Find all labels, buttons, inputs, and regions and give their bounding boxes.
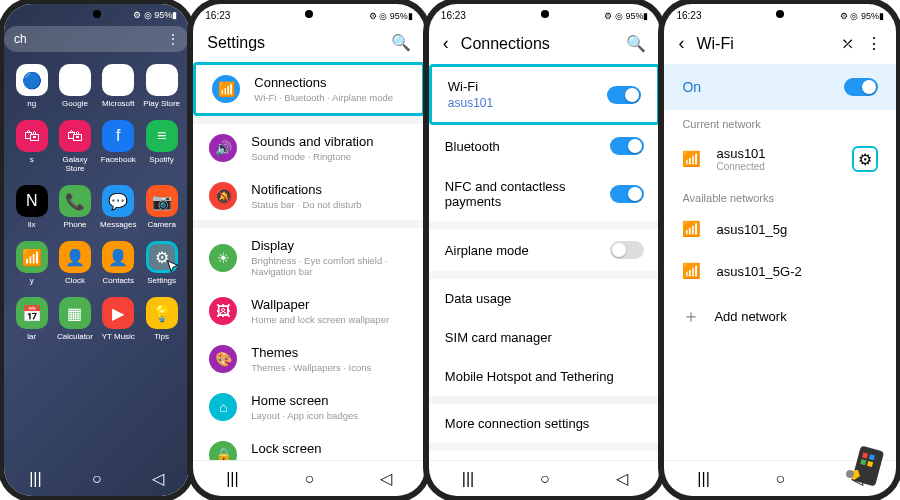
wifi-toggle-row[interactable]: On: [664, 64, 896, 110]
search-icon[interactable]: 🔍: [391, 33, 411, 52]
app-ng[interactable]: 🔵ng: [12, 64, 51, 108]
app-facebook[interactable]: fFacebook: [99, 120, 138, 173]
toggle[interactable]: [610, 137, 644, 155]
wifi-settings-gear-icon[interactable]: ⚙: [852, 146, 878, 172]
app-icon: ≡: [146, 120, 178, 152]
nav-bar: ||| ○ ◁: [193, 460, 425, 496]
app-icon: ▶: [146, 64, 178, 96]
conn-row-more-connection-settings[interactable]: More connection settings: [429, 404, 661, 443]
camera-notch: [541, 10, 549, 18]
settings-row-connections[interactable]: 📶ConnectionsWi-Fi · Bluetooth · Airplane…: [193, 62, 425, 116]
row-subtitle: Themes · Wallpapers · Icons: [251, 362, 409, 373]
toggle[interactable]: [610, 185, 644, 203]
app-yt-music[interactable]: ▶YT Music: [99, 297, 138, 341]
nav-home[interactable]: ○: [776, 470, 786, 488]
wifi-on-label: On: [682, 79, 844, 95]
scan-icon[interactable]: ⤫: [841, 34, 854, 53]
nav-recent[interactable]: |||: [226, 470, 238, 488]
back-icon[interactable]: ‹: [678, 33, 684, 54]
app-calculator[interactable]: ▦Calculator: [55, 297, 94, 341]
wifi-icon: 📶: [682, 262, 702, 280]
nav-recent[interactable]: |||: [29, 470, 41, 488]
app-label: Google: [62, 99, 88, 108]
app-microsoft[interactable]: ▦Microsoft: [99, 64, 138, 108]
app-play-store[interactable]: ▶Play Store: [142, 64, 181, 108]
conn-row-wi-fi[interactable]: Wi-Fiasus101: [429, 64, 661, 125]
app-icon: ⚙: [146, 241, 178, 273]
app-tips[interactable]: 💡Tips: [142, 297, 181, 341]
nav-back[interactable]: ◁: [380, 469, 392, 488]
more-icon[interactable]: ⋮: [866, 34, 882, 53]
nav-home[interactable]: ○: [304, 470, 314, 488]
app-y[interactable]: 📶y: [12, 241, 51, 285]
wifi-name: asus101_5g: [716, 222, 787, 237]
conn-row-sim-card-manager[interactable]: SIM card manager: [429, 318, 661, 357]
conn-row-bluetooth[interactable]: Bluetooth: [429, 125, 661, 167]
app-lix[interactable]: Nlix: [12, 185, 51, 229]
search-bar[interactable]: ch ⋮: [4, 26, 189, 52]
app-contacts[interactable]: 👤Contacts: [99, 241, 138, 285]
app-clock[interactable]: 👤Clock: [55, 241, 94, 285]
app-messages[interactable]: 💬Messages: [99, 185, 138, 229]
app-label: Galaxy Store: [55, 155, 94, 173]
app-label: Camera: [147, 220, 175, 229]
svg-point-5: [846, 470, 854, 478]
settings-row-sounds-and-vibration[interactable]: 🔊Sounds and vibrationSound mode · Ringto…: [193, 124, 425, 172]
row-subtitle: Status bar · Do not disturb: [251, 199, 409, 210]
conn-row-data-usage[interactable]: Data usage: [429, 279, 661, 318]
search-icon[interactable]: 🔍: [626, 34, 646, 53]
available-networks-label: Available networks: [664, 184, 896, 208]
conn-row-mobile-hotspot-and-tethering[interactable]: Mobile Hotspot and Tethering: [429, 357, 661, 396]
row-subtitle: Layout · App icon badges: [251, 410, 409, 421]
app-phone[interactable]: 📞Phone: [55, 185, 94, 229]
settings-row-wallpaper[interactable]: 🖼WallpaperHome and lock screen wallpaper: [193, 287, 425, 335]
row-title: NFC and contactless payments: [445, 179, 597, 209]
phone-home-screen: ⚙ ◎ 95%▮ ch ⋮ 🔵ngGGoogle▦Microsoft▶Play …: [4, 4, 189, 496]
row-subtitle: Sound mode · Ringtone: [251, 151, 409, 162]
row-title: SIM card manager: [445, 330, 645, 345]
nav-recent[interactable]: |||: [462, 470, 474, 488]
app-galaxy-store[interactable]: 🛍Galaxy Store: [55, 120, 94, 173]
settings-row-home-screen[interactable]: ⌂Home screenLayout · App icon badges: [193, 383, 425, 431]
app-google[interactable]: GGoogle: [55, 64, 94, 108]
app-icon: ▦: [102, 64, 134, 96]
nav-recent[interactable]: |||: [697, 470, 709, 488]
nav-home[interactable]: ○: [92, 470, 102, 488]
app-grid: 🔵ngGGoogle▦Microsoft▶Play Store🛍s🛍Galaxy…: [4, 60, 189, 345]
nav-back[interactable]: ◁: [616, 469, 628, 488]
app-label: Microsoft: [102, 99, 134, 108]
more-icon[interactable]: ⋮: [167, 32, 179, 46]
connections-list: Wi-Fiasus101BluetoothNFC and contactless…: [429, 64, 661, 460]
looking-text: Looking for something else?: [429, 451, 661, 460]
settings-row-display[interactable]: ☀DisplayBrightness · Eye comfort shield …: [193, 228, 425, 287]
settings-row-themes[interactable]: 🎨ThemesThemes · Wallpapers · Icons: [193, 335, 425, 383]
camera-notch: [776, 10, 784, 18]
toggle[interactable]: [610, 241, 644, 259]
app-s[interactable]: 🛍s: [12, 120, 51, 173]
status-icons: ⚙ ◎ 95%▮: [840, 11, 884, 21]
app-icon: 📞: [59, 185, 91, 217]
app-icon: G: [59, 64, 91, 96]
status-icons: ⚙ ◎ 95%▮: [369, 11, 413, 21]
settings-row-lock-screen[interactable]: 🔒Lock screenScreen lock type · Always On…: [193, 431, 425, 460]
current-network-row[interactable]: 📶 asus101 Connected ⚙: [664, 134, 896, 184]
wifi-toggle[interactable]: [844, 78, 878, 96]
nav-back[interactable]: ◁: [152, 469, 164, 488]
nav-home[interactable]: ○: [540, 470, 550, 488]
wifi-network-row[interactable]: 📶asus101_5G-2: [664, 250, 896, 292]
back-icon[interactable]: ‹: [443, 33, 449, 54]
conn-row-nfc-and-contactless-payments[interactable]: NFC and contactless payments: [429, 167, 661, 221]
app-settings[interactable]: ⚙Settings: [142, 241, 181, 285]
settings-row-notifications[interactable]: 🔕NotificationsStatus bar · Do not distur…: [193, 172, 425, 220]
row-title: Wi-Fi: [448, 79, 594, 94]
app-lar[interactable]: 📅lar: [12, 297, 51, 341]
camera-notch: [305, 10, 313, 18]
row-icon: ⌂: [209, 393, 237, 421]
add-network-row[interactable]: ＋ Add network: [664, 292, 896, 340]
row-title: Display: [251, 238, 409, 253]
app-camera[interactable]: 📷Camera: [142, 185, 181, 229]
toggle[interactable]: [607, 86, 641, 104]
conn-row-airplane-mode[interactable]: Airplane mode: [429, 229, 661, 271]
wifi-network-row[interactable]: 📶asus101_5g: [664, 208, 896, 250]
app-spotify[interactable]: ≡Spotify: [142, 120, 181, 173]
